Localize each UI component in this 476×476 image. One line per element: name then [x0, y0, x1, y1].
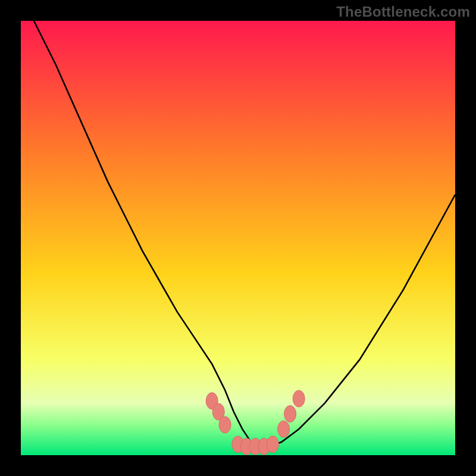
curve-marker — [293, 390, 305, 407]
bottleneck-chart — [21, 21, 455, 455]
curve-marker — [219, 416, 231, 433]
watermark-text: TheBottleneck.com — [336, 4, 470, 20]
gradient-background — [21, 21, 455, 455]
chart-stage: TheBottleneck.com — [0, 0, 476, 476]
curve-marker — [267, 436, 278, 453]
curve-marker — [284, 406, 296, 422]
curve-marker — [278, 421, 290, 437]
plot-area — [21, 21, 455, 455]
